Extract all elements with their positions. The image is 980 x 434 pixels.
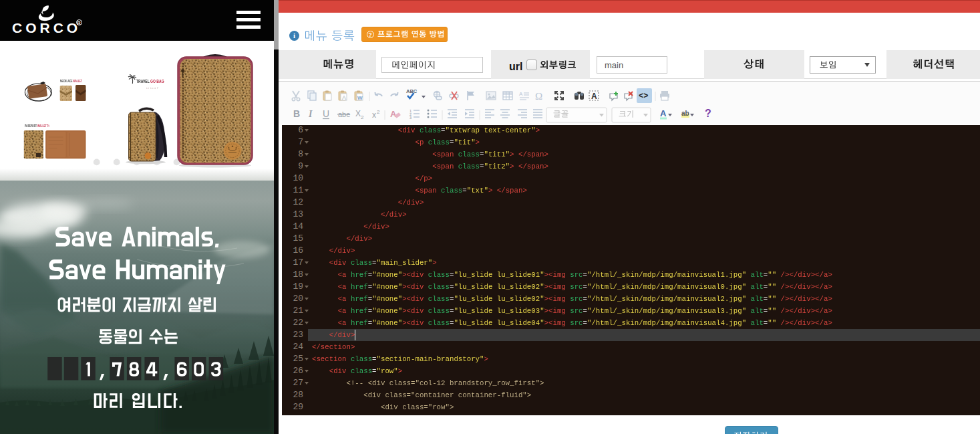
svg-text:W: W xyxy=(357,95,363,101)
svg-text:<>: <> xyxy=(639,92,648,101)
svg-text:?: ? xyxy=(705,108,711,119)
svg-text:3: 3 xyxy=(410,116,412,120)
svg-text:Ω: Ω xyxy=(535,91,542,102)
svg-text:U: U xyxy=(323,108,329,119)
svg-text:A: A xyxy=(591,92,597,101)
svg-text:I: I xyxy=(308,109,313,119)
svg-text:2: 2 xyxy=(361,114,364,120)
svg-text:X: X xyxy=(355,109,361,118)
svg-text:x: x xyxy=(372,110,376,120)
svg-text:A: A xyxy=(342,94,346,101)
svg-text:B: B xyxy=(293,108,300,119)
svg-text:2: 2 xyxy=(377,109,380,115)
svg-text:ab: ab xyxy=(681,110,689,117)
svg-text:A: A xyxy=(390,109,397,119)
svg-text:A: A xyxy=(519,91,523,97)
svg-text:A: A xyxy=(660,108,667,118)
svg-text:ABC: ABC xyxy=(406,88,418,94)
